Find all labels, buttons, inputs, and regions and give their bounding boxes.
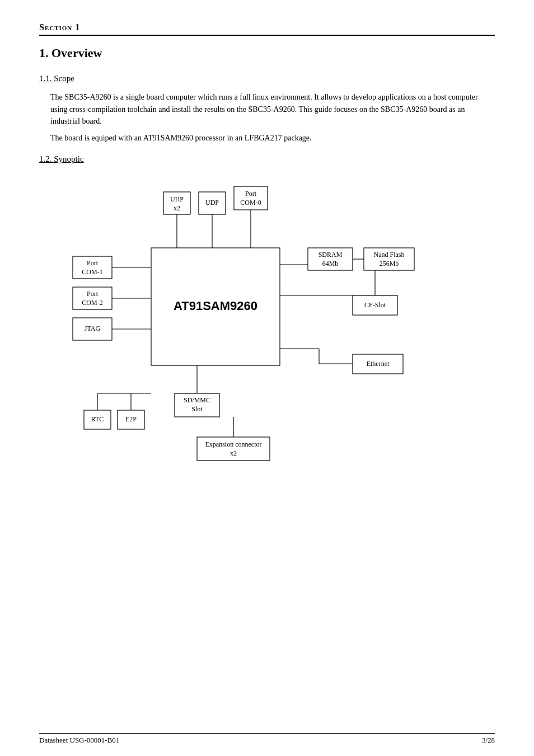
sdmmc-label-1: SD/MMC bbox=[184, 396, 210, 404]
port-com1-label-1: Port bbox=[87, 259, 99, 267]
uhp-label-2: x2 bbox=[174, 204, 180, 212]
uhp-label-1: UHP bbox=[170, 195, 184, 203]
ethernet-label: Ethernet bbox=[367, 360, 390, 368]
expansion-label-1: Expansion connector bbox=[205, 440, 262, 448]
section-header: Section 1 bbox=[39, 22, 495, 36]
synoptic-diagram: AT91SAM9260 UHP x2 UDP Port COM-0 Port bbox=[39, 175, 495, 466]
section-divider bbox=[39, 35, 495, 36]
footer-right: 3/28 bbox=[482, 736, 495, 745]
sdram-label-1: SDRAM bbox=[318, 251, 343, 259]
jtag-label: JTAG bbox=[85, 325, 101, 332]
page: Section 1 1. Overview 1.1. Scope The SBC… bbox=[0, 0, 534, 756]
subsection-1-2-heading: 1.2. Synoptic bbox=[39, 154, 495, 164]
chapter-title: Overview bbox=[51, 46, 102, 60]
cf-slot-label: CF-Slot bbox=[364, 301, 386, 309]
section-title: Section 1 bbox=[39, 22, 495, 32]
e2p-label: E2P bbox=[125, 415, 137, 423]
nand-label-1: Nand Flash bbox=[374, 251, 405, 259]
chapter-heading: 1. Overview bbox=[39, 46, 495, 60]
page-footer: Datasheet USG-00001-B01 3/28 bbox=[39, 733, 495, 745]
subsection-1-1-heading: 1.1. Scope bbox=[39, 74, 495, 83]
diagram-svg: AT91SAM9260 UHP x2 UDP Port COM-0 Port bbox=[39, 175, 495, 466]
scope-paragraph-1: The SBC35-A9260 is a single board comput… bbox=[50, 91, 495, 128]
udp-label: UDP bbox=[205, 199, 219, 206]
subsection-1-2: 1.2. Synoptic AT91SAM9260 UHP x2 UDP Por… bbox=[39, 154, 495, 466]
rtc-label: RTC bbox=[91, 415, 104, 423]
port-com0-label-2: COM-0 bbox=[240, 199, 261, 206]
nand-label-2: 256Mb bbox=[380, 260, 399, 267]
subsection-1-1: 1.1. Scope The SBC35-A9260 is a single b… bbox=[39, 74, 495, 144]
sdram-label-2: 64Mb bbox=[322, 260, 339, 267]
sdmmc-label-2: Slot bbox=[191, 405, 203, 413]
port-com2-label-2: COM-2 bbox=[82, 299, 102, 307]
chapter-number: 1. bbox=[39, 46, 49, 60]
footer-left: Datasheet USG-00001-B01 bbox=[39, 736, 119, 745]
port-com1-label-2: COM-1 bbox=[82, 268, 102, 276]
port-com0-label-1: Port bbox=[245, 190, 257, 198]
expansion-label-2: x2 bbox=[230, 449, 237, 457]
processor-label: AT91SAM9260 bbox=[174, 299, 257, 313]
scope-paragraph-2: The board is equiped with an AT91SAM9260… bbox=[50, 132, 495, 144]
port-com2-label-1: Port bbox=[87, 290, 99, 298]
